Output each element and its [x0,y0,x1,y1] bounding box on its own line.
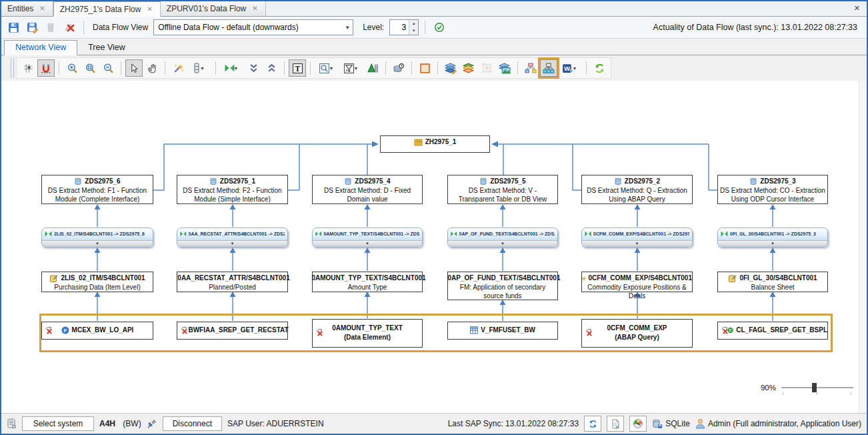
magnet-icon [41,63,52,74]
node-origin-v-fmfuset-bw[interactable]: V_FMFUSET_BW [447,322,558,340]
node-datasource-0fi-gl-30[interactable]: 0FI_GL_30/S4BCLNT001 Balance Sheet [717,272,828,292]
tab-tree-view[interactable]: Tree View [77,41,136,55]
toolbar-grip[interactable] [11,58,14,78]
spin-down-icon[interactable]: ▼ [409,27,418,35]
node-ds-zds2975-6[interactable]: ZDS2975_6 DS Extract Method: F1 - Functi… [41,175,153,204]
zoom-out-button[interactable] [99,59,117,77]
spin-up-icon[interactable]: ▲ [409,20,418,27]
dropdown-arrow-icon[interactable]: ▼ [342,25,353,31]
zoom-fit-button[interactable] [81,59,99,77]
mapping-expander[interactable]: ▼ [582,240,692,247]
node-origin-0amount-typ-text[interactable]: 0AMOUNT_TYP_TEXT (Data Element) [312,319,423,348]
tab-network-view[interactable]: Network View [4,40,77,55]
zoom-slider[interactable] [781,382,853,393]
node-ds-zds2975-2[interactable]: ZDS2975_2 DS Extract Method: Q - Extract… [581,175,693,204]
node-datasource-0amount-typ-text[interactable]: 0AMOUNT_TYP_TEXT/S4BCLNT001 Amount Type [312,272,423,292]
node-ds-zds2975-3[interactable]: ZDS2975_3 DS Extract Method: CO - Extrac… [717,175,828,204]
cache-settings-button[interactable] [390,59,407,77]
color-palette-button[interactable] [478,59,495,77]
layout-options-button[interactable]: ▼ [187,59,211,77]
tab-close-icon[interactable]: ✕ [251,5,259,13]
mapping-expander[interactable]: ▼ [42,240,153,247]
layer-colors-button[interactable] [460,59,477,77]
mapping-expander[interactable]: ▼ [313,240,422,247]
mapping-expander[interactable]: ▼ [448,240,557,247]
node-infosource-top[interactable]: ZH2975_1 [380,135,490,153]
show-mappings-button[interactable]: ▼ [220,59,244,77]
zoom-tick [851,392,851,395]
bowtie-icon [180,231,187,237]
node-datasource-0ap-of-fund-text[interactable]: 0AP_OF_FUND_TEXT/S4BCLNT001 FM: Applicat… [447,272,558,300]
node-datasource-2lis-02-itm[interactable]: 2LIS_02_ITM/S4BCLNT001 Purchasing Data (… [41,272,153,292]
tab-entities[interactable]: Entities ✕ [1,1,53,16]
level-stepper[interactable]: 3 ▲ ▼ [389,19,419,35]
tab-zh2975-1-data-flow[interactable]: ZH2975_1's Data Flow ✕ [53,1,161,17]
sync-now-button[interactable] [584,416,601,432]
delete-button[interactable] [43,19,59,35]
search-diagram-button[interactable]: ▼ [315,59,339,77]
edit-layers-button[interactable] [442,59,459,77]
performance-button[interactable] [629,416,647,432]
expand-all-button[interactable] [245,59,262,77]
refresh-diagram-button[interactable] [591,59,608,77]
node-datasource-0cfm-comm-exp[interactable]: 0CFM_COMM_EXP/S4BCLNT001 Commodity Expos… [581,272,693,292]
hierarchy-scale-button[interactable] [364,59,381,77]
node-title: 0AMOUNT_TYP_TEXT/S4BCLNT001 [311,274,425,283]
save-button[interactable] [5,19,21,35]
sync-status-button[interactable] [431,19,447,35]
tab-zpurv01-data-flow[interactable]: ZPURV01's Data Flow ✕ [161,1,266,16]
node-origin-mcex-bw-lo-api[interactable]: FMCEX_BW_LO_API [41,322,153,340]
node-ds-zds2975-1[interactable]: ZDS2975_1 DS Extract Method: F2 - Functi… [177,175,288,204]
collapse-all-button[interactable] [263,59,280,77]
zoom-slider-track[interactable] [781,387,853,388]
background-image-button[interactable] [496,59,513,77]
mapping-expander[interactable]: ▼ [718,240,827,247]
layers-image-icon [499,63,511,74]
show-grid-button[interactable] [19,59,37,77]
select-system-button[interactable]: Select system [22,416,94,431]
discard-changes-button[interactable] [61,19,77,35]
caret-down-icon: ▼ [354,66,359,71]
disconnect-button[interactable]: Disconnect [163,416,222,431]
snap-to-grid-button[interactable] [37,59,55,77]
node-mapping-6[interactable]: 0FI_GL_30/S4BCLNT001 -> ZDS2975_3 ▼ [717,228,828,248]
mapping-expander[interactable]: ▼ [177,240,287,247]
actuality-text: Actuality of Data Flow (last sync.): 13.… [653,23,863,32]
org-layout-colored-button[interactable] [522,59,539,77]
node-mapping-4[interactable]: 0AP_OF_FUND_TEXT/S4BCLNT001 -> ZDS2975_5… [447,228,558,248]
node-origin-0cfm-comm-exp[interactable]: 0CFM_COMM_EXP (ABAP Query) [581,319,693,348]
node-mapping-3[interactable]: 0AMOUNT_TYP_TEXT/S4BCLNT001 -> ZDS2975_4… [312,228,423,248]
auto-layout-button[interactable] [169,59,187,77]
sync-log-button[interactable] [607,416,624,432]
level-spin-buttons[interactable]: ▲ ▼ [409,20,418,35]
show-labels-button[interactable]: T [289,59,306,77]
tab-close-icon[interactable]: ✕ [38,5,46,13]
select-tool-button[interactable] [125,59,143,77]
expander-icon: ▼ [177,241,287,246]
node-origin-cl-fagl-srep-get-bspl[interactable]: CCL_FAGL_SREP_GET_BSPL [717,322,828,340]
zoom-slider-handle[interactable] [812,383,817,392]
vertical-scrollbar[interactable] [859,81,867,413]
node-mapping-2[interactable]: 0AA_RECSTAT_ATTR/S4BCLNT001 -> ZDS2975_1… [177,228,288,248]
data-flow-view-select[interactable]: Offline Data Flow - default (downwards) … [153,19,353,35]
data-flow-view-label: Data Flow View [93,23,148,32]
pan-tool-button[interactable] [143,59,161,77]
border-color-button[interactable] [416,59,433,77]
network-diagram-canvas[interactable]: ZH2975_1 ZDS2975_6 DS Extract Method: F1… [1,81,867,413]
tab-close-icon[interactable]: ✕ [145,5,153,13]
close-tab-group-icon[interactable]: ✕ [851,3,863,13]
double-chevron-up-icon [267,64,277,73]
node-ds-zds2975-4[interactable]: ZDS2975_4 DS Extract Method: D - Fixed D… [312,175,423,204]
node-desc: DS Extract Method: V - Transparent Table… [448,186,557,203]
org-layout-downwards-button[interactable] [540,59,557,77]
node-mapping-1[interactable]: 2LIS_02_ITM/S4BCLNT001 -> ZDS2975_6 ▼ [41,228,153,248]
node-origin-bwfiaa-srep-get-recstat[interactable]: FBWFIAA_SREP_GET_RECSTAT [177,322,288,340]
node-mapping-5[interactable]: 0CFM_COMM_EXP/S4BCLNT001 -> ZDS2975_2 ▼ [581,228,693,248]
node-datasource-0aa-recstat-attr[interactable]: 0AA_RECSTAT_ATTR/S4BCLNT001 Planned/Post… [177,272,288,292]
filter-diagram-button[interactable]: ▼ [339,59,363,77]
data-flow-view-value: Offline Data Flow - default (downwards) [154,23,342,32]
export-word-button[interactable]: W▼ [558,59,582,77]
zoom-in-button[interactable] [63,59,81,77]
node-ds-zds2975-5[interactable]: ZDS2975_5 DS Extract Method: V - Transpa… [447,175,558,204]
save-as-button[interactable] [24,19,40,35]
